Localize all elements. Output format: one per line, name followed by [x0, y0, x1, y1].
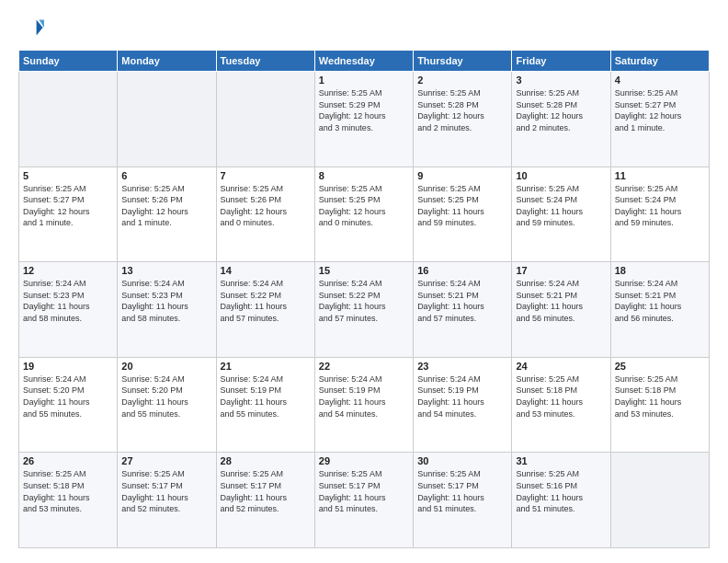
- day-number: 9: [417, 170, 507, 181]
- calendar-cell: 2Sunrise: 5:25 AM Sunset: 5:28 PM Daylig…: [414, 72, 512, 167]
- calendar-cell: 17Sunrise: 5:24 AM Sunset: 5:21 PM Dayli…: [512, 262, 610, 358]
- calendar-page: SundayMondayTuesdayWednesdayThursdayFrid…: [0, 0, 728, 563]
- cell-content: Sunrise: 5:24 AM Sunset: 5:21 PM Dayligh…: [417, 278, 507, 324]
- cell-content: Sunrise: 5:25 AM Sunset: 5:24 PM Dayligh…: [516, 183, 606, 229]
- day-number: 22: [319, 361, 409, 372]
- cell-content: Sunrise: 5:24 AM Sunset: 5:22 PM Dayligh…: [221, 278, 311, 324]
- calendar-cell: [118, 72, 216, 167]
- day-number: 2: [417, 75, 507, 86]
- day-number: 25: [615, 361, 705, 372]
- calendar-cell: 9Sunrise: 5:25 AM Sunset: 5:25 PM Daylig…: [414, 167, 512, 262]
- calendar-cell: 26Sunrise: 5:25 AM Sunset: 5:18 PM Dayli…: [19, 453, 118, 548]
- day-number: 12: [23, 265, 113, 276]
- day-number: 4: [615, 75, 705, 86]
- header: [18, 15, 710, 40]
- calendar-cell: 29Sunrise: 5:25 AM Sunset: 5:17 PM Dayli…: [314, 453, 413, 548]
- cell-content: Sunrise: 5:25 AM Sunset: 5:16 PM Dayligh…: [516, 468, 606, 514]
- day-number: 28: [221, 455, 311, 466]
- calendar-cell: 30Sunrise: 5:25 AM Sunset: 5:17 PM Dayli…: [414, 453, 512, 548]
- day-number: 16: [417, 265, 507, 276]
- calendar-cell: 31Sunrise: 5:25 AM Sunset: 5:16 PM Dayli…: [512, 453, 610, 548]
- calendar-cell: 14Sunrise: 5:24 AM Sunset: 5:22 PM Dayli…: [216, 262, 314, 358]
- day-number: 17: [516, 265, 606, 276]
- calendar-cell: 5Sunrise: 5:25 AM Sunset: 5:27 PM Daylig…: [19, 167, 118, 262]
- calendar-cell: 13Sunrise: 5:24 AM Sunset: 5:23 PM Dayli…: [118, 262, 216, 358]
- week-row-3: 12Sunrise: 5:24 AM Sunset: 5:23 PM Dayli…: [19, 262, 710, 358]
- weekday-header-thursday: Thursday: [414, 51, 512, 72]
- day-number: 19: [23, 361, 113, 372]
- cell-content: Sunrise: 5:24 AM Sunset: 5:19 PM Dayligh…: [417, 373, 507, 419]
- day-number: 31: [516, 455, 606, 466]
- calendar-cell: 15Sunrise: 5:24 AM Sunset: 5:22 PM Dayli…: [314, 262, 413, 358]
- day-number: 3: [516, 75, 606, 86]
- cell-content: Sunrise: 5:24 AM Sunset: 5:21 PM Dayligh…: [615, 278, 705, 324]
- cell-content: Sunrise: 5:24 AM Sunset: 5:20 PM Dayligh…: [121, 373, 211, 419]
- day-number: 30: [417, 455, 507, 466]
- weekday-header-friday: Friday: [512, 51, 610, 72]
- cell-content: Sunrise: 5:25 AM Sunset: 5:25 PM Dayligh…: [417, 183, 507, 229]
- calendar-cell: 22Sunrise: 5:24 AM Sunset: 5:19 PM Dayli…: [314, 357, 413, 453]
- calendar-cell: 23Sunrise: 5:24 AM Sunset: 5:19 PM Dayli…: [414, 357, 512, 453]
- day-number: 8: [319, 170, 409, 181]
- calendar-cell: 10Sunrise: 5:25 AM Sunset: 5:24 PM Dayli…: [512, 167, 610, 262]
- cell-content: Sunrise: 5:24 AM Sunset: 5:23 PM Dayligh…: [23, 278, 113, 324]
- week-row-5: 26Sunrise: 5:25 AM Sunset: 5:18 PM Dayli…: [19, 453, 710, 548]
- calendar-cell: 21Sunrise: 5:24 AM Sunset: 5:19 PM Dayli…: [216, 357, 314, 453]
- weekday-header-saturday: Saturday: [610, 51, 709, 72]
- calendar-cell: 24Sunrise: 5:25 AM Sunset: 5:18 PM Dayli…: [512, 357, 610, 453]
- weekday-header-monday: Monday: [118, 51, 216, 72]
- weekday-header-row: SundayMondayTuesdayWednesdayThursdayFrid…: [19, 51, 710, 72]
- cell-content: Sunrise: 5:24 AM Sunset: 5:20 PM Dayligh…: [23, 373, 113, 419]
- week-row-1: 1Sunrise: 5:25 AM Sunset: 5:29 PM Daylig…: [19, 72, 710, 167]
- day-number: 1: [319, 75, 409, 86]
- cell-content: Sunrise: 5:25 AM Sunset: 5:28 PM Dayligh…: [417, 87, 507, 133]
- cell-content: Sunrise: 5:24 AM Sunset: 5:19 PM Dayligh…: [319, 373, 409, 419]
- cell-content: Sunrise: 5:25 AM Sunset: 5:26 PM Dayligh…: [221, 183, 311, 229]
- logo-icon: [18, 15, 44, 40]
- cell-content: Sunrise: 5:25 AM Sunset: 5:29 PM Dayligh…: [319, 87, 409, 133]
- day-number: 5: [23, 170, 113, 181]
- cell-content: Sunrise: 5:25 AM Sunset: 5:25 PM Dayligh…: [319, 183, 409, 229]
- calendar-cell: 18Sunrise: 5:24 AM Sunset: 5:21 PM Dayli…: [610, 262, 709, 358]
- cell-content: Sunrise: 5:25 AM Sunset: 5:17 PM Dayligh…: [221, 468, 311, 514]
- day-number: 21: [221, 361, 311, 372]
- cell-content: Sunrise: 5:24 AM Sunset: 5:22 PM Dayligh…: [319, 278, 409, 324]
- weekday-header-tuesday: Tuesday: [216, 51, 314, 72]
- day-number: 29: [319, 455, 409, 466]
- cell-content: Sunrise: 5:25 AM Sunset: 5:18 PM Dayligh…: [23, 468, 113, 514]
- cell-content: Sunrise: 5:25 AM Sunset: 5:18 PM Dayligh…: [615, 373, 705, 419]
- cell-content: Sunrise: 5:25 AM Sunset: 5:18 PM Dayligh…: [516, 373, 606, 419]
- calendar-cell: 27Sunrise: 5:25 AM Sunset: 5:17 PM Dayli…: [118, 453, 216, 548]
- day-number: 10: [516, 170, 606, 181]
- week-row-2: 5Sunrise: 5:25 AM Sunset: 5:27 PM Daylig…: [19, 167, 710, 262]
- day-number: 24: [516, 361, 606, 372]
- calendar-cell: 19Sunrise: 5:24 AM Sunset: 5:20 PM Dayli…: [19, 357, 118, 453]
- calendar-cell: 11Sunrise: 5:25 AM Sunset: 5:24 PM Dayli…: [610, 167, 709, 262]
- cell-content: Sunrise: 5:25 AM Sunset: 5:17 PM Dayligh…: [121, 468, 211, 514]
- day-number: 23: [417, 361, 507, 372]
- cell-content: Sunrise: 5:25 AM Sunset: 5:27 PM Dayligh…: [615, 87, 705, 133]
- cell-content: Sunrise: 5:24 AM Sunset: 5:19 PM Dayligh…: [221, 373, 311, 419]
- day-number: 7: [221, 170, 311, 181]
- calendar-cell: 12Sunrise: 5:24 AM Sunset: 5:23 PM Dayli…: [19, 262, 118, 358]
- weekday-header-sunday: Sunday: [19, 51, 118, 72]
- calendar-cell: 6Sunrise: 5:25 AM Sunset: 5:26 PM Daylig…: [118, 167, 216, 262]
- cell-content: Sunrise: 5:25 AM Sunset: 5:24 PM Dayligh…: [615, 183, 705, 229]
- calendar-cell: 25Sunrise: 5:25 AM Sunset: 5:18 PM Dayli…: [610, 357, 709, 453]
- calendar-cell: 3Sunrise: 5:25 AM Sunset: 5:28 PM Daylig…: [512, 72, 610, 167]
- cell-content: Sunrise: 5:25 AM Sunset: 5:28 PM Dayligh…: [516, 87, 606, 133]
- calendar-cell: 20Sunrise: 5:24 AM Sunset: 5:20 PM Dayli…: [118, 357, 216, 453]
- day-number: 11: [615, 170, 705, 181]
- cell-content: Sunrise: 5:24 AM Sunset: 5:21 PM Dayligh…: [516, 278, 606, 324]
- logo: [18, 15, 48, 40]
- week-row-4: 19Sunrise: 5:24 AM Sunset: 5:20 PM Dayli…: [19, 357, 710, 453]
- weekday-header-wednesday: Wednesday: [314, 51, 413, 72]
- calendar-cell: [216, 72, 314, 167]
- calendar-cell: 16Sunrise: 5:24 AM Sunset: 5:21 PM Dayli…: [414, 262, 512, 358]
- cell-content: Sunrise: 5:25 AM Sunset: 5:27 PM Dayligh…: [23, 183, 113, 229]
- day-number: 14: [221, 265, 311, 276]
- cell-content: Sunrise: 5:25 AM Sunset: 5:17 PM Dayligh…: [319, 468, 409, 514]
- day-number: 20: [121, 361, 211, 372]
- calendar-cell: 8Sunrise: 5:25 AM Sunset: 5:25 PM Daylig…: [314, 167, 413, 262]
- calendar-cell: 7Sunrise: 5:25 AM Sunset: 5:26 PM Daylig…: [216, 167, 314, 262]
